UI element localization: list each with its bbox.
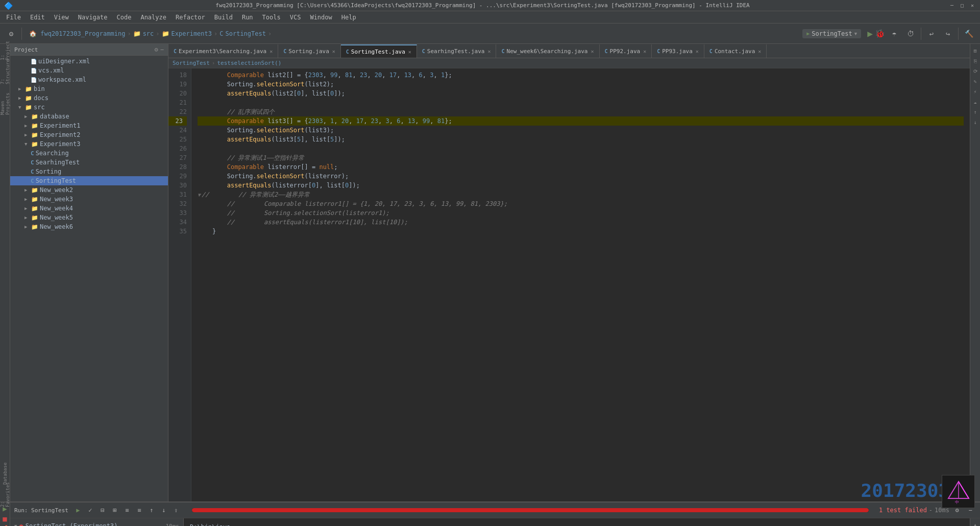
tree-item-uidesigner[interactable]: 📄 uiDesigner.xml (10, 57, 168, 66)
tab-pp92[interactable]: C PP92.java ✕ (600, 44, 652, 58)
tree-item-searhingtest[interactable]: C SearhingTest (10, 158, 168, 167)
tab-newweek6searching[interactable]: C New_week6\Searching.java ✕ (496, 44, 599, 58)
toolbar-settings-btn[interactable]: ⚙ (4, 27, 18, 41)
menu-build[interactable]: Build (210, 13, 237, 22)
run-config-arrow[interactable]: ▼ (854, 31, 857, 36)
menu-file[interactable]: File (2, 13, 25, 22)
run-export-btn[interactable]: ⇪ (170, 505, 182, 516)
menu-window[interactable]: Window (306, 13, 336, 22)
breadcrumb-experiment3[interactable]: Experiment3 (172, 30, 212, 37)
tab-close-pp93[interactable]: ✕ (696, 49, 699, 54)
menu-vcs[interactable]: VCS (286, 13, 305, 22)
minimize-button[interactable]: ─ (948, 2, 955, 9)
menu-code[interactable]: Code (113, 13, 136, 22)
editor-breadcrumb: SortingTest › testselectionSort() (168, 58, 970, 68)
tab-close-sortingtest[interactable]: ✕ (408, 49, 411, 55)
tree-item-workspace[interactable]: 📄 workspace.xml (10, 75, 168, 84)
tree-item-experiment2[interactable]: ▶ 📁 Experiment2 (10, 130, 168, 139)
menu-help[interactable]: Help (337, 13, 360, 22)
breadcrumb-src[interactable]: src (143, 30, 154, 37)
folder-icon: 📁 (31, 141, 38, 148)
run-down-btn[interactable]: ↓ (158, 505, 169, 516)
run-filter-btn4[interactable]: ≡ (134, 505, 145, 516)
tree-item-sortingtest[interactable]: C SortingTest (10, 176, 168, 185)
menu-edit[interactable]: Edit (26, 13, 49, 22)
test-item-sortingtest[interactable]: ▼ ● SortingTest (Experiment3) 10ms (10, 520, 183, 526)
breadcrumb-sortingtest[interactable]: SortingTest (173, 60, 210, 66)
tab-sortingtest[interactable]: C SortingTest.java ✕ (341, 44, 417, 58)
tab-sorting[interactable]: C Sorting.java ✕ (278, 44, 341, 58)
tree-item-experiment1[interactable]: ▶ 📁 Experiment1 (10, 121, 168, 130)
tree-item-sorting[interactable]: C Sorting (10, 167, 168, 176)
coverage-button[interactable]: ☂ (887, 27, 901, 41)
tree-item-vcs[interactable]: 📄 vcs.xml (10, 66, 168, 75)
right-icon-5[interactable]: ⚡ (971, 87, 980, 96)
undo-button[interactable]: ↩ (924, 27, 939, 41)
right-icon-3[interactable]: ⟳ (971, 66, 980, 76)
tree-item-searching[interactable]: C Searching (10, 149, 168, 158)
run-filter-btn3[interactable]: ≡ (121, 505, 133, 516)
close-button[interactable]: ✕ (969, 2, 976, 9)
tree-item-database[interactable]: ▶ 📁 database (10, 112, 168, 121)
menu-run[interactable]: Run (238, 13, 257, 22)
right-icon-4[interactable]: ✎ (971, 77, 980, 86)
tree-item-bin[interactable]: ▶ 📁 bin (10, 84, 168, 93)
build-button[interactable]: 🔨 (962, 27, 976, 41)
profile-button[interactable]: ⏱ (903, 27, 918, 41)
tree-item-newweek6[interactable]: ▶ 📁 New_week6 (10, 222, 168, 231)
run-stop-icon[interactable]: ■ (3, 515, 7, 523)
project-collapse-icon[interactable]: − (160, 46, 164, 53)
tab-searching[interactable]: C Experiment3\Searching.java ✕ (168, 44, 278, 58)
tree-item-newweek3[interactable]: ▶ 📁 New_week3 (10, 195, 168, 204)
menu-tools[interactable]: Tools (258, 13, 285, 22)
redo-button[interactable]: ↪ (941, 27, 955, 41)
progress-bar (192, 508, 869, 512)
tab-searhingtest[interactable]: C SearhingTest.java ✕ (417, 44, 497, 58)
project-gear-icon[interactable]: ⚙ (155, 46, 158, 53)
tab-close-contact[interactable]: ✕ (758, 49, 761, 54)
database-icon[interactable]: Database (1, 469, 10, 478)
tab-close-searching[interactable]: ✕ (270, 49, 273, 54)
menu-analyze[interactable]: Analyze (136, 13, 170, 22)
tab-close-pp92[interactable]: ✕ (643, 49, 646, 54)
tree-item-newweek2[interactable]: ▶ 📁 New_week2 (10, 185, 168, 195)
maximize-button[interactable]: □ (959, 2, 966, 9)
project-icon[interactable]: 1: Project (1, 46, 10, 55)
favorites-icon[interactable]: 2: Favorites (1, 490, 10, 499)
tab-contact[interactable]: C Contact.java ✕ (704, 44, 767, 58)
output-cmd: D:\bin\java ... (190, 522, 964, 526)
menu-navigate[interactable]: Navigate (74, 13, 112, 22)
structure-icon[interactable]: 7: Structure (1, 67, 10, 77)
tree-item-src[interactable]: ▼ 📁 src (10, 103, 168, 112)
tab-close-newweek6[interactable]: ✕ (591, 49, 594, 54)
debug-button[interactable]: 🐞 (875, 29, 885, 38)
menu-bar: File Edit View Navigate Code Analyze Ref… (0, 11, 980, 23)
right-icon-8[interactable]: ↓ (971, 117, 980, 127)
output-icon-1[interactable]: ▲ (972, 520, 978, 526)
right-icon-1[interactable]: ⊞ (971, 46, 980, 55)
run-button[interactable]: ▶ (867, 28, 873, 39)
tree-item-newweek5[interactable]: ▶ 📁 New_week5 (10, 213, 168, 222)
breadcrumb-method[interactable]: testselectionSort() (217, 60, 281, 66)
menu-view[interactable]: View (50, 13, 73, 22)
breadcrumb-project[interactable]: 🏠 fwq20172303_Programming (29, 30, 125, 37)
tab-close-sorting[interactable]: ✕ (332, 49, 335, 54)
tree-item-docs[interactable]: ▶ 📁 docs (10, 93, 168, 103)
code-content[interactable]: Comparable list2[] = {2303, 99, 81, 23, … (191, 68, 970, 501)
run-filter-btn[interactable]: ⊟ (97, 505, 108, 516)
toolbar: ⚙ 🏠 fwq20172303_Programming › 📁 src › 📁 … (0, 23, 980, 44)
right-icon-6[interactable]: ☁ (971, 97, 980, 106)
tab-pp93[interactable]: C PP93.java ✕ (652, 44, 704, 58)
tree-item-experiment3[interactable]: ▼ 📁 Experiment3 (10, 139, 168, 149)
run-up-btn[interactable]: ↑ (146, 505, 157, 516)
breadcrumb-file[interactable]: SortingTest (226, 30, 266, 37)
run-check-btn[interactable]: ✓ (85, 505, 96, 516)
tab-close-searhingtest[interactable]: ✕ (487, 49, 491, 54)
run-filter-btn2[interactable]: ⊞ (109, 505, 120, 516)
right-icon-2[interactable]: ⎘ (971, 56, 980, 65)
maven-icon[interactable]: Maven Projects (1, 99, 10, 108)
run-play-btn[interactable]: ▶ (72, 505, 84, 516)
menu-refactor[interactable]: Refactor (172, 13, 209, 22)
tree-item-newweek4[interactable]: ▶ 📁 New_week4 (10, 204, 168, 213)
right-icon-7[interactable]: ↑ (971, 107, 980, 116)
